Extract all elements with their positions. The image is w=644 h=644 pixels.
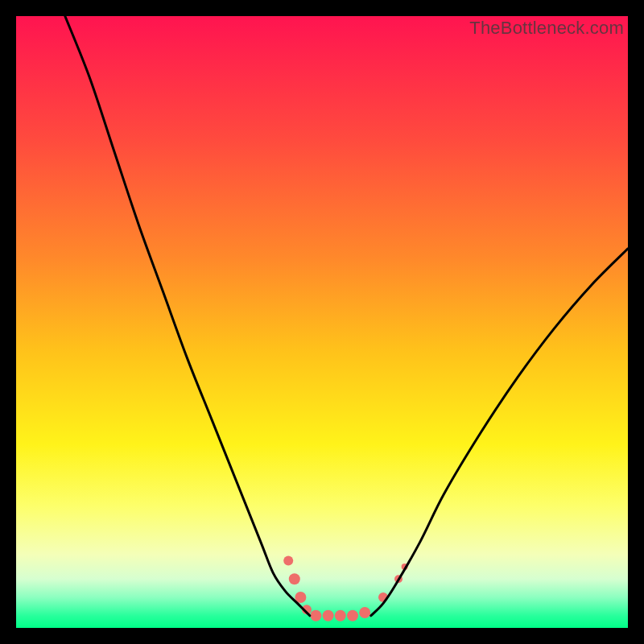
chart-svg: [16, 16, 628, 628]
marker-point: [310, 610, 321, 621]
gradient-background: [16, 16, 628, 628]
marker-point: [347, 610, 358, 621]
marker-point: [335, 610, 346, 621]
marker-point: [289, 573, 300, 584]
marker-point: [323, 610, 334, 621]
marker-point: [283, 555, 293, 565]
marker-point: [359, 607, 370, 618]
watermark-text: TheBottleneck.com: [469, 18, 624, 39]
chart-frame: [16, 16, 628, 628]
